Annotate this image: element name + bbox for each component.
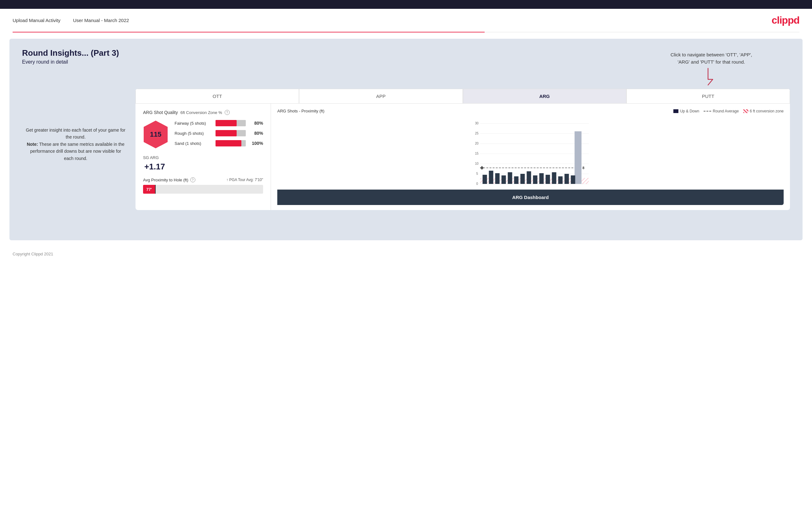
svg-rect-31 <box>546 175 550 184</box>
shot-row-rough: Rough (5 shots) 80% <box>174 130 263 136</box>
svg-text:5: 5 <box>476 172 478 175</box>
main-content: Round Insights... (Part 3) Every round i… <box>9 39 803 240</box>
conversion-label: 6ft Conversion Zone % <box>181 110 222 115</box>
arg-dashboard-button[interactable]: ARG Dashboard <box>277 189 783 205</box>
header-left: Upload Manual Activity User Manual - Mar… <box>13 18 129 23</box>
hexagon-area: 115 Fairway (5 shots) 80% <box>143 120 263 149</box>
tab-ott[interactable]: OTT <box>136 89 299 103</box>
page-title: Round Insights... (Part 3) <box>22 48 119 58</box>
copyright: Copyright Clippd 2021 <box>13 251 53 256</box>
svg-text:8: 8 <box>582 166 585 170</box>
chart-legend: Up & Down Round Average 6 ft conversion … <box>673 109 783 113</box>
logo: clippd <box>772 14 799 26</box>
svg-marker-18 <box>480 166 484 170</box>
tab-app[interactable]: APP <box>299 89 463 103</box>
hex-badge: 115 <box>143 120 168 149</box>
upload-link[interactable]: Upload Manual Activity <box>13 18 60 23</box>
sixft-swatch <box>743 109 748 113</box>
navigation-hint: Click to navigate between 'OTT', 'APP','… <box>670 51 752 65</box>
fairway-bar <box>215 120 246 126</box>
svg-rect-20 <box>575 131 582 184</box>
svg-rect-21 <box>483 175 487 184</box>
svg-text:10: 10 <box>475 162 479 165</box>
tab-bar: OTT APP ARG PUTT <box>136 89 790 104</box>
note-label: Note: <box>27 142 38 147</box>
prox-value: 77' <box>146 187 152 192</box>
prox-help-icon[interactable]: ? <box>190 177 195 182</box>
left-panel: Get greater insight into each facet of y… <box>22 89 129 210</box>
shot-row-fairway: Fairway (5 shots) 80% <box>174 120 263 126</box>
svg-rect-32 <box>552 172 556 184</box>
content-area: Get greater insight into each facet of y… <box>22 89 790 210</box>
svg-rect-22 <box>489 171 494 184</box>
prox-header: Avg Proximity to Hole (ft) ? ↑ PGA Tour … <box>143 177 263 182</box>
shot-rows: Fairway (5 shots) 80% Rough (5 shots) <box>174 120 263 147</box>
svg-rect-34 <box>565 174 569 184</box>
round-avg-swatch <box>704 111 711 111</box>
shot-row-sand: Sand (1 shots) 100% <box>174 140 263 147</box>
section-header: ARG Shot Quality 6ft Conversion Zone % ? <box>143 110 263 115</box>
fairway-label: Fairway (5 shots) <box>174 121 212 126</box>
left-section: ARG Shot Quality 6ft Conversion Zone % ?… <box>136 104 271 210</box>
help-icon[interactable]: ? <box>225 110 230 115</box>
svg-text:30: 30 <box>475 122 479 125</box>
prox-label: Avg Proximity to Hole (ft) ? <box>143 177 195 182</box>
insight-text: Get greater insight into each facet of y… <box>22 127 129 162</box>
svg-rect-30 <box>540 173 544 184</box>
note-text: These are the same metrics available in … <box>30 142 124 161</box>
chart-area: 0 5 10 15 20 25 30 <box>277 117 783 186</box>
rough-bar <box>215 130 246 136</box>
rough-pct: 80% <box>249 131 263 136</box>
svg-rect-28 <box>527 171 531 184</box>
fairway-pct: 80% <box>249 121 263 126</box>
sand-pct: 100% <box>249 141 263 146</box>
svg-text:0: 0 <box>476 182 478 185</box>
tab-arg[interactable]: ARG <box>463 89 626 103</box>
legend-updown: Up & Down <box>673 109 699 113</box>
hex-number: 115 <box>150 130 162 138</box>
svg-rect-35 <box>571 175 575 184</box>
chart-svg: 0 5 10 15 20 25 30 <box>277 117 783 186</box>
card-body: ARG Shot Quality 6ft Conversion Zone % ?… <box>136 104 790 210</box>
pga-label: ↑ PGA Tour Avg: 7'10" <box>226 178 263 182</box>
dashboard-card: OTT APP ARG PUTT ARG Shot Quality 6ft C <box>136 89 790 210</box>
svg-rect-26 <box>514 176 519 184</box>
svg-rect-23 <box>495 173 500 184</box>
svg-rect-24 <box>502 175 506 184</box>
rough-label: Rough (5 shots) <box>174 131 212 136</box>
legend-6ft: 6 ft conversion zone <box>743 109 783 113</box>
header-divider <box>13 32 799 33</box>
updown-swatch <box>673 109 678 113</box>
header: Upload Manual Activity User Manual - Mar… <box>0 9 812 32</box>
sg-value: +1.17 <box>144 162 263 172</box>
top-bar <box>0 0 812 9</box>
legend-round-avg: Round Average <box>704 109 739 113</box>
user-manual-label: User Manual - March 2022 <box>73 18 129 23</box>
prox-bar-container: 77' <box>143 185 263 194</box>
svg-text:25: 25 <box>475 132 479 135</box>
svg-rect-29 <box>533 175 538 184</box>
tab-putt[interactable]: PUTT <box>626 89 790 103</box>
arrow-indicator <box>702 67 721 86</box>
svg-text:20: 20 <box>475 142 479 145</box>
right-section: ARG Shots - Proximity (ft) Up & Down Rou… <box>271 104 790 210</box>
sand-bar <box>215 140 246 147</box>
sand-label: Sand (1 shots) <box>174 141 212 146</box>
shot-quality-label: ARG Shot Quality <box>143 110 178 115</box>
chart-title: ARG Shots - Proximity (ft) <box>277 109 324 113</box>
page-subtitle: Every round in detail <box>22 59 119 65</box>
svg-rect-33 <box>558 176 563 184</box>
svg-rect-27 <box>520 174 525 184</box>
footer: Copyright Clippd 2021 <box>0 246 812 261</box>
svg-text:15: 15 <box>475 152 479 155</box>
prox-cursor <box>155 185 156 194</box>
proximity-section: Avg Proximity to Hole (ft) ? ↑ PGA Tour … <box>143 177 263 194</box>
prox-bar-fill: 77' <box>143 185 155 194</box>
sg-label: SG ARG <box>143 155 159 160</box>
svg-rect-25 <box>508 172 512 184</box>
